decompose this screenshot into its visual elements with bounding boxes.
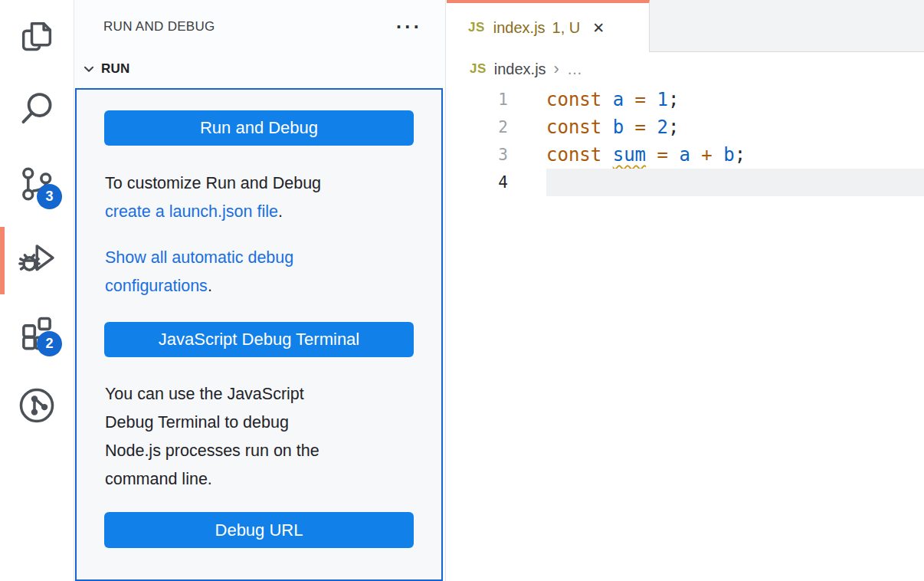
- activity-extensions[interactable]: 2: [0, 310, 74, 353]
- javascript-file-icon: JS: [468, 20, 485, 35]
- extensions-badge: 2: [37, 331, 62, 356]
- run-section-header[interactable]: RUN: [82, 61, 129, 77]
- terminal-description: You can use the JavaScript Debug Termina…: [105, 380, 319, 494]
- breadcrumb-symbol-ellipsis[interactable]: …: [567, 61, 583, 78]
- code-text: const b = 2;: [546, 113, 924, 141]
- javascript-file-icon: JS: [470, 61, 487, 77]
- sidebar-header: RUN AND DEBUG ···: [103, 15, 422, 38]
- close-tab-icon[interactable]: ✕: [592, 19, 605, 37]
- code-editor[interactable]: 1const a = 1;2const b = 2;3const sum = a…: [446, 86, 924, 196]
- customize-period: .: [278, 202, 283, 221]
- activity-search[interactable]: [0, 89, 74, 129]
- breadcrumb[interactable]: JS index.js › …: [446, 52, 924, 86]
- customize-text-line: To customize Run and Debug: [105, 174, 321, 192]
- activity-explorer[interactable]: [0, 17, 74, 57]
- customize-text: To customize Run and Debug create a laun…: [105, 169, 321, 226]
- code-line[interactable]: 4: [446, 169, 924, 196]
- run-debug-sidebar: RUN AND DEBUG ··· RUN Run and Debug To c…: [74, 0, 445, 581]
- line-number[interactable]: 3: [446, 141, 508, 169]
- show-configs-text: Show all automatic debug configurations.: [105, 244, 293, 300]
- code-text: [546, 169, 924, 196]
- chevron-right-icon: ›: [554, 61, 559, 77]
- more-actions-icon[interactable]: ···: [396, 22, 422, 31]
- activity-share-graph[interactable]: [0, 384, 74, 427]
- files-icon: [17, 17, 57, 57]
- show-configurations-link[interactable]: Show all automatic debug configurations: [105, 248, 293, 295]
- vscode-window: 3 2: [0, 0, 924, 581]
- editor-area: JS index.js 1, U ✕ JS index.js › … 1cons…: [445, 0, 924, 581]
- run-debug-icon: [15, 237, 58, 280]
- javascript-debug-terminal-button[interactable]: JavaScript Debug Terminal: [104, 322, 414, 357]
- chevron-down-icon: [82, 62, 96, 76]
- tab-git-decoration: 1, U: [552, 19, 581, 37]
- source-control-badge: 3: [37, 184, 62, 209]
- code-line[interactable]: 3const sum = a + b;: [446, 141, 924, 169]
- tab-indexjs[interactable]: JS index.js 1, U ✕: [447, 0, 650, 52]
- debug-url-button[interactable]: Debug URL: [104, 512, 414, 548]
- line-number[interactable]: 2: [446, 113, 508, 141]
- activity-source-control[interactable]: 3: [0, 162, 74, 205]
- code-line[interactable]: 2const b = 2;: [446, 113, 924, 141]
- run-and-debug-button[interactable]: Run and Debug: [104, 110, 414, 146]
- show-configs-period: .: [208, 277, 212, 295]
- tab-file-name: index.js: [493, 19, 546, 37]
- run-panel: Run and Debug To customize Run and Debug…: [75, 88, 443, 581]
- activity-bar: 3 2: [0, 0, 74, 581]
- activity-run-debug[interactable]: [0, 237, 74, 280]
- run-section-label: RUN: [101, 61, 129, 77]
- line-number[interactable]: 4: [446, 169, 508, 196]
- breadcrumb-file[interactable]: index.js: [494, 61, 546, 78]
- code-text: const a = 1;: [546, 86, 924, 113]
- code-text: const sum = a + b;: [546, 141, 924, 169]
- code-line[interactable]: 1const a = 1;: [446, 86, 924, 113]
- search-icon: [16, 88, 57, 130]
- tab-bar: JS index.js 1, U ✕: [446, 0, 924, 52]
- line-number[interactable]: 1: [446, 86, 508, 113]
- empty-tab-strip: [650, 0, 924, 52]
- share-circle-icon: [15, 384, 58, 427]
- create-launch-json-link[interactable]: create a launch.json file: [105, 202, 278, 221]
- sidebar-title: RUN AND DEBUG: [103, 19, 215, 34]
